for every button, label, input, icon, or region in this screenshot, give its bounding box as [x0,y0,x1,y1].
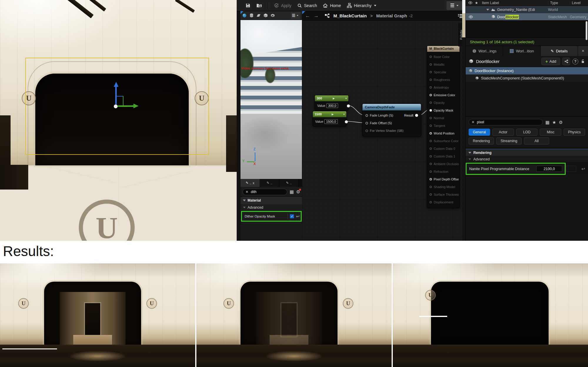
gizmo-plane-handle[interactable] [123,96,123,106]
material-pin-row[interactable]: Opacity [427,99,460,107]
material-pin[interactable] [430,102,432,104]
material-pin[interactable] [430,94,432,96]
forward-button[interactable]: → [314,13,319,19]
filter-button[interactable]: General [469,129,490,136]
details-tab-3[interactable]: ✎ .. [279,179,299,187]
close-icon[interactable]: x [253,181,254,185]
material-pin-row[interactable]: Metallic [427,61,460,68]
graph-view-options-icon[interactable] [458,14,462,18]
column-item-label[interactable]: Item Label [480,1,548,5]
help-button[interactable]: ? [572,59,578,64]
camera-depth-fade-header[interactable]: CameraDepthFade [363,104,421,110]
material-output-node[interactable]: M_BlackCurtain Base Color Metallic [427,46,460,208]
material-pin[interactable] [430,170,432,173]
input-pin[interactable] [365,122,368,124]
material-pin[interactable] [430,186,432,188]
material-pin-row[interactable]: Shading Model [427,183,460,191]
reset-to-default-icon[interactable]: ↩ [581,166,585,172]
material-pin[interactable] [430,109,432,112]
node-input-pin-row[interactable]: Fade Offset (S) [363,119,421,127]
apply-button[interactable]: Apply [274,3,291,8]
favorites-star-icon[interactable]: ★ [552,120,556,124]
component-row[interactable]: DoorBlocker (Instance) [466,67,588,74]
preview-plane-button[interactable] [256,13,261,18]
section-advanced[interactable]: Advanced [466,156,588,162]
material-pin-row[interactable]: Opacity Mask [427,107,460,114]
material-pin[interactable] [430,117,432,119]
pin-column-icon[interactable]: ★ [475,1,478,5]
material-pin-row[interactable]: Base Color [427,53,460,61]
node-output-pin-row[interactable]: Result [404,112,418,119]
clear-search-icon[interactable]: ✕ [245,190,248,194]
material-pin[interactable] [430,132,432,134]
material-pin-row[interactable]: Tangent [427,122,460,129]
material-graph-canvas[interactable]: ← → M_BlackCurtain > Material Graph -2 3… [302,11,465,241]
material-pin-row[interactable]: Custom Data 1 [427,152,460,160]
details-search-input[interactable] [476,120,497,124]
breadcrumb-asset[interactable]: M_BlackCurtain [333,13,367,18]
close-tab-button[interactable]: ✕ [578,46,588,56]
value-input[interactable]: 300,0 [326,103,338,108]
material-output-header[interactable]: M_BlackCurtain [427,46,460,52]
details-search-pill[interactable]: ✕ [469,119,543,125]
details-tab-2[interactable]: ✎ .. [260,179,279,187]
filter-button[interactable]: Misc [540,129,561,136]
material-pin-row[interactable]: Pixel Depth Offset [427,175,460,183]
material-pin[interactable] [430,124,432,127]
hierarchy-dropdown[interactable]: Hierarchy [347,3,377,8]
lock-open-icon[interactable] [581,59,585,64]
browse-asset-button[interactable] [256,3,262,8]
filter-button[interactable]: Physics [564,129,585,136]
add-component-button[interactable]: + Add [542,58,560,65]
input-pin[interactable] [365,129,368,132]
material-search-pill[interactable]: ✕ [243,189,287,195]
save-button[interactable] [245,3,250,8]
material-pin[interactable] [430,71,432,73]
back-button[interactable]: ← [305,13,310,19]
constant-node-300[interactable]: 300 ▶ ▾ Value 300,0 [315,95,349,111]
material-pin[interactable] [430,193,432,196]
constant-node-header[interactable]: 1500 ▶ ▾ [313,111,346,117]
window-menu-button[interactable]: ☰ [447,1,462,10]
material-pin-row[interactable]: Surface Thickness [427,191,460,198]
section-advanced[interactable]: Advanced [240,204,302,211]
value-input[interactable]: 1500,0 [324,119,338,124]
material-pin-row[interactable]: Custom Data 0 [427,145,460,152]
material-pin[interactable] [430,79,432,81]
material-pin[interactable] [430,63,432,66]
settings-gear-button[interactable]: ⚙ [296,190,300,194]
preview-custom-mesh-button[interactable] [270,13,275,18]
input-pin[interactable] [365,114,368,117]
filter-button[interactable]: All [524,137,549,145]
material-pin[interactable] [430,163,432,165]
tab-world-settings[interactable]: Worl...ings [466,46,503,56]
translate-gizmo[interactable] [114,81,152,112]
material-pin[interactable] [430,86,432,89]
constant-node-1500[interactable]: 1500 ▶ ▾ Value 1500,0 [313,111,347,127]
material-pin-row[interactable]: Ambient Occlusion [427,160,460,168]
display-options-icon[interactable]: ▦ [290,190,294,194]
material-pin-row[interactable]: World Position [427,129,460,137]
column-type[interactable]: Type [548,1,570,5]
material-pin-row[interactable]: Emissive Color [427,91,460,99]
material-search-input[interactable] [250,190,271,194]
filter-button[interactable]: LOD [516,129,538,136]
visibility-eye-icon[interactable] [469,15,473,19]
material-pin[interactable] [430,147,432,150]
material-pin[interactable] [430,178,432,180]
tab-details[interactable]: ✎ Details [541,46,578,56]
gear-icon[interactable]: ⚙ [559,120,563,124]
clear-search-icon[interactable]: ✕ [472,120,475,124]
outliner-selected-row[interactable]: DoorBlocker StaticMesh Geometry_ [466,13,588,21]
material-pin-row[interactable]: Refraction [427,168,460,175]
section-material[interactable]: Material [240,197,302,204]
node-input-pin-row[interactable]: For Vertex Shader (SB) [363,127,421,134]
collapse-triangle-icon[interactable] [486,9,489,11]
reset-to-default-icon[interactable]: ↩ [296,214,300,219]
material-preview-viewport[interactable]: Video memory has been exha Z Y X [240,20,302,179]
component-row[interactable]: StaticMeshComponent (StaticMeshComponent… [466,74,588,82]
collapse-triangle-icon[interactable] [468,152,471,154]
level-viewport[interactable]: U U U [0,0,237,241]
chevron-down-icon[interactable]: ▾ [345,97,347,100]
eye-icon[interactable] [468,1,472,5]
